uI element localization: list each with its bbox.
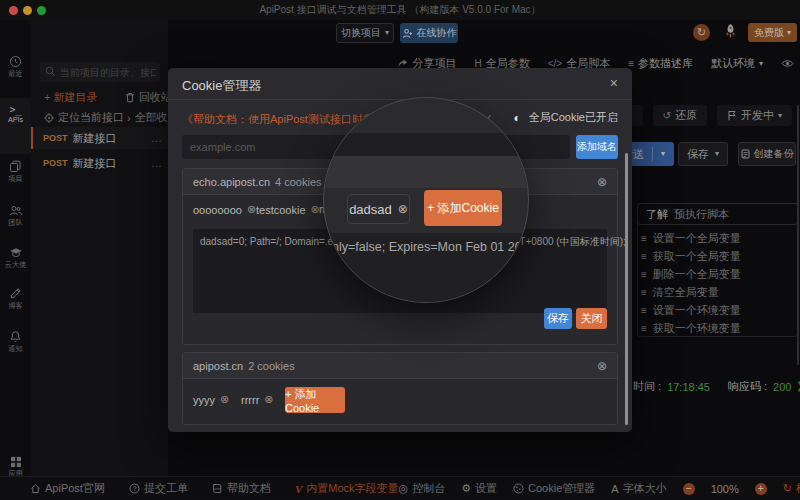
cookie-count: 2 cookies	[248, 360, 294, 372]
cookie-tag[interactable]: yyyy⊗	[193, 393, 229, 406]
modal-header: Cookie管理器 ×	[168, 68, 632, 100]
add-cookie-button-magnified[interactable]: + 添加Cookie	[424, 190, 502, 226]
cookie-tag[interactable]: oooooooo⊗	[193, 203, 256, 216]
remove-domain-icon[interactable]: ⊗	[597, 175, 607, 189]
cookie-tag-magnified[interactable]: dadsad ⊗	[347, 194, 410, 224]
remove-cookie-icon[interactable]: ⊗	[398, 202, 408, 216]
remove-cookie-icon[interactable]: ⊗	[247, 203, 256, 216]
add-domain-button[interactable]: 添加域名	[576, 135, 618, 159]
toggle-icon: ◐	[514, 112, 521, 124]
global-cookie-toggle[interactable]: ◐ 全局Cookie已开启	[514, 110, 619, 125]
save-cookies-button[interactable]: 保存	[544, 308, 572, 329]
cookie-tag[interactable]: testcookie⊗	[256, 203, 320, 216]
cookie-count: 4 cookies	[275, 176, 321, 188]
cookie-value-magnified: nly=false; Expires=Mon Feb 01 2021 18:1	[332, 240, 529, 254]
magnifier-lens: dadsad ⊗ + 添加Cookie nly=false; Expires=M…	[323, 97, 529, 303]
apipost-window: ApiPost 接口调试与文档管理工具 （构建版本 V5.0.0 For Mac…	[0, 0, 800, 500]
add-cookie-button[interactable]: + 添加Cookie	[285, 387, 345, 413]
domain-name: echo.apipost.cn	[193, 176, 270, 188]
remove-cookie-icon[interactable]: ⊗	[264, 393, 273, 406]
remove-domain-icon[interactable]: ⊗	[597, 359, 607, 373]
modal-title: Cookie管理器	[182, 77, 261, 95]
remove-cookie-icon[interactable]: ⊗	[220, 393, 229, 406]
lens-band	[323, 133, 529, 156]
cookie-value-text: MT+0800 (中国标准时间);	[511, 235, 626, 249]
cookie-tag[interactable]: rrrrr⊗	[241, 393, 274, 406]
domain-name: apipost.cn	[193, 360, 243, 372]
lens-band	[323, 156, 529, 188]
modal-scrollbar[interactable]	[625, 153, 628, 425]
section-header: apipost.cn 2 cookies ⊗	[183, 353, 617, 379]
cookie-domain-section: apipost.cn 2 cookies ⊗ yyyy⊗ rrrrr⊗ + 添加…	[182, 352, 618, 425]
close-icon[interactable]: ×	[610, 75, 618, 91]
close-section-button[interactable]: 关闭	[576, 308, 607, 329]
